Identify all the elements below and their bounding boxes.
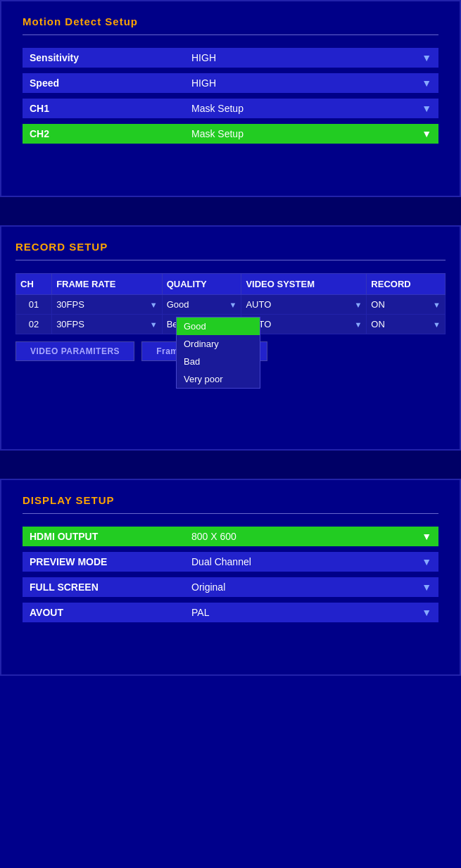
display-arrow-2: ▼	[422, 581, 431, 593]
display-value-text-2: Original	[191, 581, 225, 593]
display-arrow-0: ▼	[422, 531, 431, 542]
record-col-2: QUALITY	[162, 274, 241, 295]
vs-arrow-1: ▼	[354, 320, 362, 329]
display-label-0: HDMI OUTPUT	[23, 527, 184, 546]
motion-gap-0	[23, 68, 438, 73]
motion-value-2[interactable]: Mask Setup▼	[184, 99, 438, 118]
dropdown-arrow-1: ▼	[422, 77, 431, 89]
record-col-0: CH	[16, 274, 52, 295]
qual-arrow-0: ▼	[229, 301, 237, 309]
display-gap-1	[23, 572, 438, 577]
motion-value-3[interactable]: Mask Setup▼	[184, 124, 438, 144]
motion-value-text-1: HIGH	[191, 77, 216, 89]
motion-label-0: Sensitivity	[23, 48, 184, 68]
record-rec-1[interactable]: ON ▼	[367, 315, 446, 334]
record-quality-0[interactable]: Good ▼	[162, 295, 241, 315]
dropdown-arrow-2: ▼	[422, 103, 431, 114]
motion-detect-title: Motion Detect Setup	[23, 15, 438, 27]
motion-label-2: CH1	[23, 99, 184, 118]
quality-dropdown-popup[interactable]: Good Ordinary Bad Very poor	[176, 317, 260, 389]
motion-row-3: CH2Mask Setup▼	[23, 124, 438, 144]
motion-gap-1	[23, 93, 438, 99]
spacer-1	[0, 197, 461, 225]
dropdown-arrow-0: ▼	[422, 52, 431, 63]
quality-option-good[interactable]: Good	[177, 317, 260, 335]
display-row-2: FULL SCREENOriginal▼	[23, 577, 438, 597]
motion-row-1: SpeedHIGH▼	[23, 73, 438, 93]
motion-value-text-0: HIGH	[191, 52, 216, 63]
quality-option-bad[interactable]: Bad	[177, 353, 260, 370]
record-row-0: 0130FPS ▼Good ▼AUTO ▼ON ▼	[16, 295, 446, 315]
display-row-3: AVOUTPAL▼	[23, 603, 438, 622]
record-setup-panel: RECORD SETUP CHFRAME RATEQUALITYVIDEO SY…	[0, 225, 461, 451]
record-ch-1: 02	[16, 315, 52, 334]
display-value-0[interactable]: 800 X 600▼	[184, 527, 438, 546]
video-parameters-button[interactable]: VIDEO PARAMITERS	[15, 341, 134, 361]
display-value-text-0: 800 X 600	[191, 531, 236, 542]
display-gap-2	[23, 597, 438, 603]
display-value-1[interactable]: Dual Channel▼	[184, 552, 438, 572]
motion-label-3: CH2	[23, 124, 184, 144]
motion-detect-divider	[23, 34, 438, 35]
fr-arrow-0: ▼	[150, 301, 158, 309]
motion-value-text-2: Mask Setup	[191, 103, 244, 114]
record-divider	[15, 260, 446, 260]
motion-detect-table: SensitivityHIGH▼SpeedHIGH▼CH1Mask Setup▼…	[23, 48, 438, 144]
record-videosystem-0[interactable]: AUTO ▼	[241, 295, 367, 315]
display-label-2: FULL SCREEN	[23, 577, 184, 597]
motion-value-1[interactable]: HIGH▼	[184, 73, 438, 93]
record-col-3: VIDEO SYSTEM	[241, 274, 367, 295]
display-row-1: PREVIEW MODEDual Channel▼	[23, 552, 438, 572]
record-ch-0: 01	[16, 295, 52, 315]
display-value-text-3: PAL	[191, 607, 209, 618]
fr-arrow-1: ▼	[150, 320, 158, 329]
motion-detect-panel: Motion Detect Setup SensitivityHIGH▼Spee…	[0, 0, 461, 197]
quality-option-ordinary[interactable]: Ordinary	[177, 335, 260, 353]
display-gap-0	[23, 546, 438, 552]
motion-gap-2	[23, 118, 438, 124]
record-col-1: FRAME RATE	[52, 274, 163, 295]
display-value-3[interactable]: PAL▼	[184, 603, 438, 622]
display-setup-title: DISPLAY SETUP	[23, 494, 438, 506]
rec-arrow-1: ▼	[433, 320, 441, 329]
rec-arrow-0: ▼	[433, 301, 441, 309]
quality-option-very-poor[interactable]: Very poor	[177, 370, 260, 388]
spacer-2	[0, 451, 461, 479]
display-value-text-1: Dual Channel	[191, 556, 251, 567]
display-setup-panel: DISPLAY SETUP HDMI OUTPUT800 X 600▼PREVI…	[0, 479, 461, 676]
record-framerate-0[interactable]: 30FPS ▼	[52, 295, 163, 315]
display-label-1: PREVIEW MODE	[23, 552, 184, 572]
display-settings-table: HDMI OUTPUT800 X 600▼PREVIEW MODEDual Ch…	[23, 527, 438, 622]
display-label-3: AVOUT	[23, 603, 184, 622]
display-value-2[interactable]: Original▼	[184, 577, 438, 597]
motion-row-0: SensitivityHIGH▼	[23, 48, 438, 68]
dropdown-arrow-3: ▼	[422, 128, 431, 139]
display-divider	[23, 513, 438, 514]
display-row-0: HDMI OUTPUT800 X 600▼	[23, 527, 438, 546]
record-col-4: RECORD	[367, 274, 446, 295]
record-framerate-1[interactable]: 30FPS ▼	[52, 315, 163, 334]
motion-row-2: CH1Mask Setup▼	[23, 99, 438, 118]
motion-value-0[interactable]: HIGH▼	[184, 48, 438, 68]
display-arrow-1: ▼	[422, 556, 431, 567]
record-rec-0[interactable]: ON ▼	[367, 295, 446, 315]
vs-arrow-0: ▼	[354, 301, 362, 309]
motion-label-1: Speed	[23, 73, 184, 93]
display-arrow-3: ▼	[422, 607, 431, 618]
record-setup-title: RECORD SETUP	[15, 241, 446, 253]
motion-value-text-3: Mask Setup	[191, 128, 244, 139]
